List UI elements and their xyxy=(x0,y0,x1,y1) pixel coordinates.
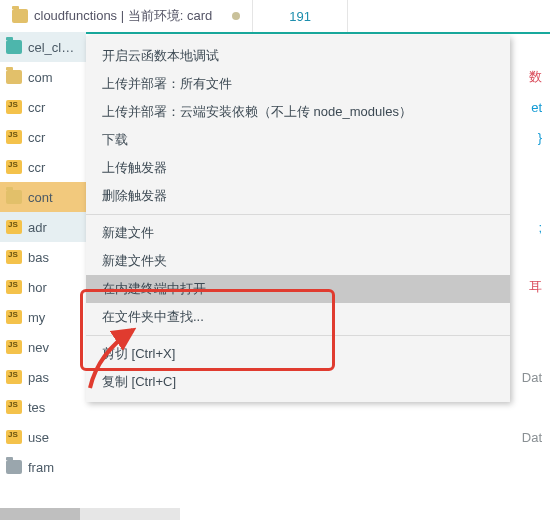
file-tree-label: cel_cl… xyxy=(28,40,74,55)
js-file-icon xyxy=(6,100,22,114)
file-tree-label: ccr xyxy=(28,100,45,115)
file-tree-item[interactable]: bas xyxy=(0,242,86,272)
gutter-text xyxy=(510,392,550,422)
context-menu-item[interactable]: 在文件夹中查找... xyxy=(86,303,510,331)
gutter-text: 耳 xyxy=(510,272,550,302)
scrollbar-thumb[interactable] xyxy=(0,508,80,520)
modified-dot-icon xyxy=(232,12,240,20)
js-file-icon xyxy=(6,130,22,144)
context-menu-item[interactable]: 删除触发器 xyxy=(86,182,510,210)
context-menu-item[interactable]: 新建文件夹 xyxy=(86,247,510,275)
file-tree-item[interactable]: com xyxy=(0,62,86,92)
file-tree-label: adr xyxy=(28,220,47,235)
js-file-icon xyxy=(6,430,22,444)
file-tree-label: bas xyxy=(28,250,49,265)
js-file-icon xyxy=(6,370,22,384)
file-tree-label: ccr xyxy=(28,130,45,145)
folder-icon xyxy=(6,190,22,204)
gutter-text: Dat xyxy=(510,362,550,392)
file-tree-label: cont xyxy=(28,190,53,205)
file-tree-item[interactable]: nev xyxy=(0,332,86,362)
file-tree-item[interactable]: tes xyxy=(0,392,86,422)
context-menu-item[interactable]: 上传并部署：所有文件 xyxy=(86,70,510,98)
context-menu-item[interactable]: 上传并部署：云端安装依赖（不上传 node_modules） xyxy=(86,98,510,126)
tab-counter-value: 191 xyxy=(265,9,335,24)
tab-title: cloudfunctions | 当前环境: card xyxy=(34,7,212,25)
gutter-text: Dat xyxy=(510,422,550,452)
file-tree-label: pas xyxy=(28,370,49,385)
js-file-icon xyxy=(6,310,22,324)
file-tree-item[interactable]: cont xyxy=(0,182,86,212)
file-tree-item[interactable]: ccr xyxy=(0,92,86,122)
context-menu-item[interactable]: 下载 xyxy=(86,126,510,154)
gutter-text xyxy=(510,332,550,362)
js-file-icon xyxy=(6,250,22,264)
gutter-text xyxy=(510,482,550,512)
file-tree-item[interactable]: use xyxy=(0,422,86,452)
file-tree-label: hor xyxy=(28,280,47,295)
js-file-icon xyxy=(6,280,22,294)
gutter-text xyxy=(510,452,550,482)
js-file-icon xyxy=(6,220,22,234)
file-tree-item[interactable]: adr xyxy=(0,212,86,242)
context-menu-item[interactable]: 新建文件 xyxy=(86,219,510,247)
file-tree-item[interactable]: fram xyxy=(0,452,86,482)
file-tree-label: com xyxy=(28,70,53,85)
js-file-icon xyxy=(6,340,22,354)
folder-icon xyxy=(6,70,22,84)
gutter-text xyxy=(510,152,550,182)
context-menu-item[interactable]: 开启云函数本地调试 xyxy=(86,42,510,70)
file-tree-label: fram xyxy=(28,460,54,475)
context-menu-item[interactable]: 剪切 [Ctrl+X] xyxy=(86,340,510,368)
horizontal-scrollbar[interactable] xyxy=(0,508,180,520)
gutter-text xyxy=(510,242,550,272)
editor-gutter: 数et}; 耳DatDat xyxy=(510,32,550,512)
gutter-text: ; xyxy=(510,212,550,242)
gutter-text: } xyxy=(510,122,550,152)
gutter-text xyxy=(510,182,550,212)
file-tree-label: ccr xyxy=(28,160,45,175)
file-tree-label: nev xyxy=(28,340,49,355)
file-tree-item[interactable]: ccr xyxy=(0,122,86,152)
tab-cloudfunctions[interactable]: cloudfunctions | 当前环境: card xyxy=(0,0,253,32)
context-menu-item[interactable]: 在内建终端中打开 xyxy=(86,275,510,303)
context-menu-item[interactable]: 上传触发器 xyxy=(86,154,510,182)
file-tree-label: tes xyxy=(28,400,45,415)
file-tree-item[interactable]: ccr xyxy=(0,152,86,182)
gutter-text xyxy=(510,302,550,332)
context-menu[interactable]: 开启云函数本地调试上传并部署：所有文件上传并部署：云端安装依赖（不上传 node… xyxy=(86,36,510,402)
gutter-text: 数 xyxy=(510,62,550,92)
file-tree-label: my xyxy=(28,310,45,325)
file-tree-item[interactable]: pas xyxy=(0,362,86,392)
js-file-icon xyxy=(6,400,22,414)
tab-bar: cloudfunctions | 当前环境: card 191 xyxy=(0,0,550,34)
folder-icon xyxy=(6,460,22,474)
gutter-text: et xyxy=(510,92,550,122)
file-tree-item[interactable]: cel_cl… xyxy=(0,32,86,62)
folder-icon xyxy=(12,9,28,23)
file-tree-label: use xyxy=(28,430,49,445)
folder-icon xyxy=(6,40,22,54)
tab-counter[interactable]: 191 xyxy=(253,0,348,32)
js-file-icon xyxy=(6,160,22,174)
gutter-text xyxy=(510,32,550,62)
file-tree-item[interactable]: my xyxy=(0,302,86,332)
context-menu-item[interactable]: 复制 [Ctrl+C] xyxy=(86,368,510,396)
file-tree[interactable]: cel_cl…comccrccrccrcontadrbashormynevpas… xyxy=(0,32,86,482)
file-tree-item[interactable]: hor xyxy=(0,272,86,302)
